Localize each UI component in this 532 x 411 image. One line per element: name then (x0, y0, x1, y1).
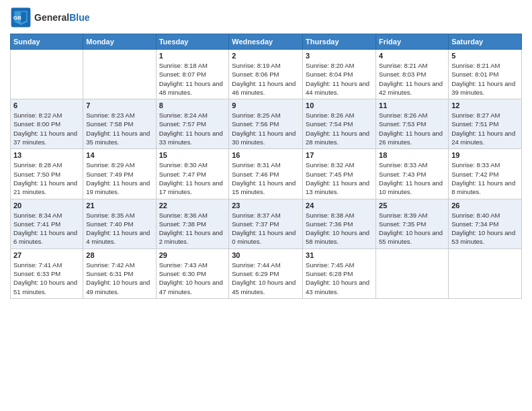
day-info: Sunrise: 8:35 AM Sunset: 7:40 PM Dayligh… (86, 211, 152, 246)
day-info: Sunrise: 8:19 AM Sunset: 8:06 PM Dayligh… (232, 61, 300, 97)
calendar-cell: 16Sunrise: 8:31 AM Sunset: 7:46 PM Dayli… (229, 149, 303, 199)
day-number: 18 (379, 151, 445, 159)
calendar-week-row-4: 20Sunrise: 8:34 AM Sunset: 7:41 PM Dayli… (11, 199, 522, 248)
calendar-cell: 28Sunrise: 7:42 AM Sunset: 6:31 PM Dayli… (83, 248, 156, 298)
day-info: Sunrise: 8:37 AM Sunset: 7:37 PM Dayligh… (232, 211, 300, 246)
calendar-cell: 24Sunrise: 8:38 AM Sunset: 7:36 PM Dayli… (303, 199, 376, 248)
calendar-cell: 6Sunrise: 8:22 AM Sunset: 8:00 PM Daylig… (11, 99, 83, 149)
calendar-cell: 21Sunrise: 8:35 AM Sunset: 7:40 PM Dayli… (83, 199, 156, 248)
day-number: 15 (159, 151, 226, 159)
day-info: Sunrise: 8:39 AM Sunset: 7:35 PM Dayligh… (379, 211, 445, 246)
day-number: 8 (159, 101, 226, 109)
calendar-week-row-3: 13Sunrise: 8:28 AM Sunset: 7:50 PM Dayli… (11, 149, 522, 199)
logo-icon: GB (10, 7, 32, 28)
day-info: Sunrise: 8:36 AM Sunset: 7:38 PM Dayligh… (159, 211, 226, 246)
day-info: Sunrise: 8:30 AM Sunset: 7:47 PM Dayligh… (159, 161, 226, 196)
day-number: 21 (86, 201, 152, 210)
day-info: Sunrise: 8:23 AM Sunset: 7:58 PM Dayligh… (86, 111, 152, 146)
calendar-cell: 9Sunrise: 8:25 AM Sunset: 7:56 PM Daylig… (229, 99, 303, 149)
col-sunday: Sunday (11, 34, 83, 50)
col-thursday: Thursday (303, 34, 376, 50)
day-number: 5 (451, 52, 519, 60)
day-info: Sunrise: 8:26 AM Sunset: 7:54 PM Dayligh… (306, 111, 373, 146)
day-number: 12 (451, 101, 519, 109)
day-number: 31 (306, 251, 373, 259)
day-number: 20 (13, 201, 80, 210)
calendar-cell: 17Sunrise: 8:32 AM Sunset: 7:45 PM Dayli… (303, 149, 376, 199)
calendar-cell: 8Sunrise: 8:24 AM Sunset: 7:57 PM Daylig… (156, 99, 229, 149)
day-number: 1 (159, 52, 226, 60)
calendar-cell: 31Sunrise: 7:45 AM Sunset: 6:28 PM Dayli… (303, 248, 376, 298)
calendar-cell: 5Sunrise: 8:21 AM Sunset: 8:01 PM Daylig… (449, 50, 522, 99)
svg-text:GB: GB (13, 15, 21, 21)
col-saturday: Saturday (449, 34, 522, 50)
calendar-cell: 7Sunrise: 8:23 AM Sunset: 7:58 PM Daylig… (83, 99, 156, 149)
day-number: 13 (13, 151, 80, 159)
day-info: Sunrise: 8:18 AM Sunset: 8:07 PM Dayligh… (159, 61, 226, 97)
logo: GB GeneralBlue (10, 7, 89, 28)
calendar-cell (83, 50, 156, 99)
day-info: Sunrise: 8:33 AM Sunset: 7:43 PM Dayligh… (379, 161, 445, 196)
calendar-cell: 29Sunrise: 7:43 AM Sunset: 6:30 PM Dayli… (156, 248, 229, 298)
calendar-cell: 18Sunrise: 8:33 AM Sunset: 7:43 PM Dayli… (376, 149, 449, 199)
calendar-cell: 4Sunrise: 8:21 AM Sunset: 8:03 PM Daylig… (376, 50, 449, 99)
day-info: Sunrise: 8:29 AM Sunset: 7:49 PM Dayligh… (86, 161, 152, 196)
day-number: 28 (86, 251, 152, 259)
day-number: 3 (306, 52, 373, 60)
calendar-cell: 25Sunrise: 8:39 AM Sunset: 7:35 PM Dayli… (376, 199, 449, 248)
calendar-week-row-5: 27Sunrise: 7:41 AM Sunset: 6:33 PM Dayli… (11, 248, 522, 298)
day-info: Sunrise: 8:28 AM Sunset: 7:50 PM Dayligh… (13, 161, 80, 196)
col-friday: Friday (376, 34, 449, 50)
logo-text: GeneralBlue (34, 12, 89, 24)
calendar-cell: 30Sunrise: 7:44 AM Sunset: 6:29 PM Dayli… (229, 248, 303, 298)
day-number: 4 (379, 52, 445, 60)
day-number: 17 (306, 151, 373, 159)
day-info: Sunrise: 8:25 AM Sunset: 7:56 PM Dayligh… (232, 111, 300, 146)
col-tuesday: Tuesday (156, 34, 229, 50)
day-number: 14 (86, 151, 152, 159)
calendar-cell: 22Sunrise: 8:36 AM Sunset: 7:38 PM Dayli… (156, 199, 229, 248)
calendar-cell (449, 248, 522, 298)
calendar-cell: 14Sunrise: 8:29 AM Sunset: 7:49 PM Dayli… (83, 149, 156, 199)
day-info: Sunrise: 8:21 AM Sunset: 8:01 PM Dayligh… (451, 61, 519, 97)
day-info: Sunrise: 8:32 AM Sunset: 7:45 PM Dayligh… (306, 161, 373, 196)
calendar-cell (11, 50, 83, 99)
day-number: 2 (232, 52, 300, 60)
day-number: 11 (379, 101, 445, 109)
day-info: Sunrise: 8:26 AM Sunset: 7:53 PM Dayligh… (379, 111, 445, 146)
day-info: Sunrise: 8:22 AM Sunset: 8:00 PM Dayligh… (13, 111, 80, 146)
day-info: Sunrise: 8:21 AM Sunset: 8:03 PM Dayligh… (379, 61, 445, 97)
day-number: 9 (232, 101, 300, 109)
day-number: 23 (232, 201, 300, 210)
day-info: Sunrise: 8:20 AM Sunset: 8:04 PM Dayligh… (306, 61, 373, 97)
day-number: 24 (306, 201, 373, 210)
calendar-cell: 26Sunrise: 8:40 AM Sunset: 7:34 PM Dayli… (449, 199, 522, 248)
page: GB GeneralBlue Sunday Monday Tuesday Wed… (0, 0, 532, 411)
calendar-cell: 1Sunrise: 8:18 AM Sunset: 8:07 PM Daylig… (156, 50, 229, 99)
day-info: Sunrise: 8:40 AM Sunset: 7:34 PM Dayligh… (451, 211, 519, 246)
calendar-cell: 10Sunrise: 8:26 AM Sunset: 7:54 PM Dayli… (303, 99, 376, 149)
day-number: 19 (451, 151, 519, 159)
calendar-cell: 20Sunrise: 8:34 AM Sunset: 7:41 PM Dayli… (11, 199, 83, 248)
calendar-cell: 2Sunrise: 8:19 AM Sunset: 8:06 PM Daylig… (229, 50, 303, 99)
calendar-week-row-1: 1Sunrise: 8:18 AM Sunset: 8:07 PM Daylig… (11, 50, 522, 99)
day-info: Sunrise: 8:33 AM Sunset: 7:42 PM Dayligh… (451, 161, 519, 196)
calendar-cell: 3Sunrise: 8:20 AM Sunset: 8:04 PM Daylig… (303, 50, 376, 99)
day-info: Sunrise: 7:45 AM Sunset: 6:28 PM Dayligh… (306, 261, 373, 296)
day-number: 26 (451, 201, 519, 210)
day-number: 29 (159, 251, 226, 259)
calendar-cell: 13Sunrise: 8:28 AM Sunset: 7:50 PM Dayli… (11, 149, 83, 199)
day-number: 22 (159, 201, 226, 210)
day-number: 30 (232, 251, 300, 259)
calendar-cell (376, 248, 449, 298)
day-number: 16 (232, 151, 300, 159)
calendar-cell: 12Sunrise: 8:27 AM Sunset: 7:51 PM Dayli… (449, 99, 522, 149)
day-number: 25 (379, 201, 445, 210)
calendar-header-row: Sunday Monday Tuesday Wednesday Thursday… (11, 34, 522, 50)
day-number: 6 (13, 101, 80, 109)
calendar: Sunday Monday Tuesday Wednesday Thursday… (10, 34, 522, 299)
calendar-cell: 15Sunrise: 8:30 AM Sunset: 7:47 PM Dayli… (156, 149, 229, 199)
calendar-week-row-2: 6Sunrise: 8:22 AM Sunset: 8:00 PM Daylig… (11, 99, 522, 149)
day-info: Sunrise: 7:43 AM Sunset: 6:30 PM Dayligh… (159, 261, 226, 296)
day-info: Sunrise: 7:42 AM Sunset: 6:31 PM Dayligh… (86, 261, 152, 296)
